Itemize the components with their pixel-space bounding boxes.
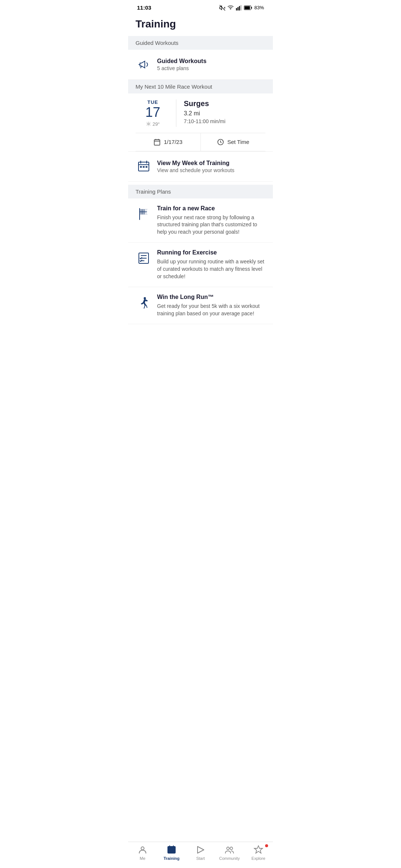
svg-rect-7 <box>251 7 252 9</box>
svg-rect-4 <box>241 5 242 10</box>
training-plan-1-title: Running for Exercise <box>157 249 265 256</box>
svg-rect-1 <box>236 8 237 10</box>
workout-date: TUE 17 29° <box>136 99 176 127</box>
set-time-button[interactable]: Set Time <box>201 133 266 151</box>
next-race-section-header: My Next 10 Mile Race Workout <box>128 80 273 93</box>
race-flag-icon <box>136 206 152 222</box>
svg-point-38 <box>144 297 146 299</box>
workout-pace: 7:10-11:00 min/mi <box>184 118 225 124</box>
battery-icon <box>244 5 252 10</box>
workout-name: Surges <box>184 99 225 108</box>
calendar-week-icon <box>136 158 152 175</box>
training-plan-item-2[interactable]: Win the Long Run™ Get ready for your bes… <box>128 287 273 324</box>
clock-icon <box>217 138 224 146</box>
svg-rect-6 <box>245 6 250 9</box>
workout-date-label: 1/17/23 <box>164 139 182 145</box>
svg-line-11 <box>147 122 147 123</box>
training-plan-item-0[interactable]: Train for a new Race Finish your next ra… <box>128 198 273 243</box>
status-bar: 11:03 83% <box>128 0 273 14</box>
workout-day-num: 17 <box>145 105 160 120</box>
view-week-item[interactable]: View My Week of Training View and schedu… <box>128 151 273 182</box>
workout-details: Surges 3.2 mi 7:10-11:00 min/mi <box>184 99 225 127</box>
training-plan-2-desc: Get ready for your best 5k with a six wo… <box>157 303 265 317</box>
svg-rect-3 <box>239 6 240 10</box>
guided-workouts-subtitle: 5 active plans <box>157 65 206 71</box>
training-plan-0-title: Train for a new Race <box>157 205 265 212</box>
svg-point-8 <box>147 123 149 125</box>
runner-icon <box>136 295 152 311</box>
signal-icon <box>236 5 242 11</box>
megaphone-icon <box>136 56 152 73</box>
calendar-icon <box>153 138 161 146</box>
svg-line-16 <box>150 122 150 123</box>
workout-actions: 1/17/23 Set Time <box>136 133 265 151</box>
view-week-subtitle: View and schedule your workouts <box>157 167 234 173</box>
svg-rect-17 <box>154 139 160 145</box>
status-time: 11:03 <box>137 4 151 11</box>
training-plans-section-header: Training Plans <box>128 185 273 198</box>
set-date-button[interactable]: 1/17/23 <box>136 133 201 151</box>
workout-card[interactable]: TUE 17 29° Surges 3.2 mi 7:10-11:00 min/… <box>128 93 273 151</box>
workout-day-name: TUE <box>147 99 158 105</box>
workout-weather: 29° <box>146 121 160 127</box>
workout-distance: 3.2 mi <box>184 110 225 117</box>
training-plan-item-1[interactable]: Running for Exercise Build up your runni… <box>128 243 273 287</box>
training-plan-0-desc: Finish your next race strong by followin… <box>157 214 265 236</box>
set-time-label: Set Time <box>227 139 249 145</box>
svg-line-12 <box>150 125 150 126</box>
svg-rect-26 <box>140 166 142 168</box>
view-week-title: View My Week of Training <box>157 160 234 167</box>
guided-workouts-section-header: Guided Workouts <box>128 36 273 50</box>
svg-rect-27 <box>143 166 145 168</box>
svg-rect-2 <box>238 7 239 10</box>
training-plan-1-desc: Build up your running routine with a wee… <box>157 258 265 280</box>
svg-rect-28 <box>146 166 147 168</box>
training-plan-2-title: Win the Long Run™ <box>157 294 265 300</box>
mute-icon <box>219 5 225 11</box>
guided-workouts-item[interactable]: Guided Workouts 5 active plans <box>128 50 273 80</box>
guided-workouts-title: Guided Workouts <box>157 58 206 65</box>
status-icons: 83% <box>219 5 264 11</box>
svg-line-0 <box>220 5 225 10</box>
page-title: Training <box>128 14 273 36</box>
wifi-icon <box>228 5 234 11</box>
checklist-icon <box>136 250 152 266</box>
svg-line-15 <box>147 125 147 126</box>
battery-percent: 83% <box>254 5 264 10</box>
